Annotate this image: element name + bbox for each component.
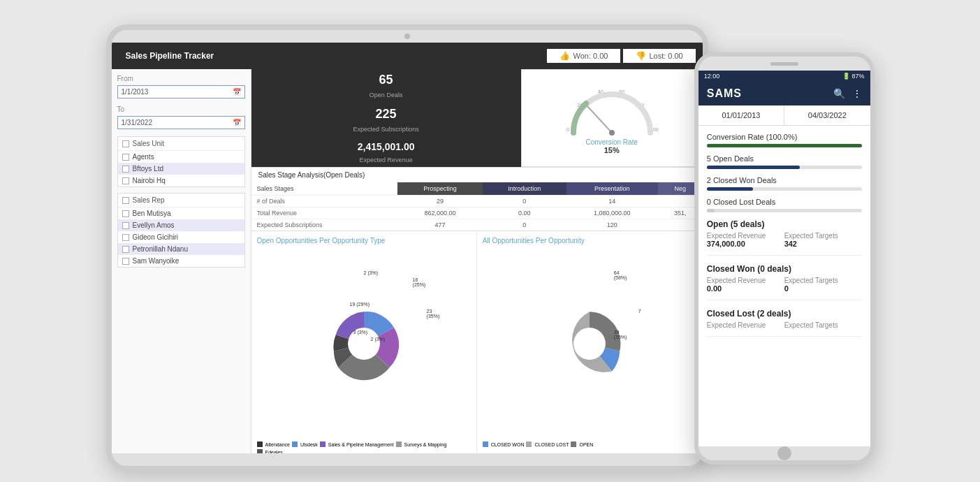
conversion-bar-fill <box>707 144 862 147</box>
to-label: To <box>117 105 245 113</box>
sales-unit-checkbox[interactable] <box>122 140 129 147</box>
closed-won-kv-row: Expected Revenue 0.00 Expected Targets 0 <box>707 277 862 293</box>
legend-closed-lost: CLOSED LOST <box>526 441 569 447</box>
search-icon[interactable]: 🔍 <box>833 88 845 99</box>
nairobi-label: Nairobi Hq <box>133 177 166 184</box>
closed-lost-label: CLOSED LOST <box>534 442 569 447</box>
closed-won-revenue-pair: Expected Revenue 0.00 <box>707 277 784 293</box>
sales-unit-header: Sales Unit <box>118 137 244 151</box>
lost-stat: 👎 Lost: 0.00 <box>623 49 695 63</box>
closed-lost-section: Closed Lost (2 deals) Expected Revenue E… <box>707 309 862 337</box>
gideon-item[interactable]: Gideon Gicihiri <box>118 231 244 243</box>
main-content: 65 Open Deals 225 Expected Subscriptions… <box>251 69 703 453</box>
conversion-rate-label: Conversion Rate <box>586 138 638 146</box>
to-section: To 1/31/2022 📅 <box>117 105 245 129</box>
petronillah-item[interactable]: Petronillah Ndanu <box>118 243 244 255</box>
conversion-bar-track <box>707 144 862 147</box>
subs-presentation: 120 <box>566 219 658 231</box>
sales-rep-label: Sales Rep <box>133 196 165 204</box>
open-revenue-label: Expected Revenue <box>707 232 784 240</box>
closed-won-section: Closed Won (0 deals) Expected Revenue 0.… <box>707 264 862 300</box>
petronillah-label: Petronillah Ndanu <box>133 245 189 253</box>
sam-item[interactable]: Sam Wanyoike <box>118 255 244 267</box>
sales-rep-checkbox[interactable] <box>122 197 129 204</box>
thumb-up-icon: 👍 <box>560 51 570 61</box>
menu-icon[interactable]: ⋮ <box>852 88 862 99</box>
legend-ulsdesk: Ulsdesk <box>292 441 318 447</box>
from-section: From 1/1/2013 📅 <box>117 75 245 98</box>
closed-won-targets-label: Expected Targets <box>784 277 862 284</box>
closed-won-bar-fill <box>707 187 754 191</box>
agents-checkbox[interactable] <box>122 154 129 161</box>
all-opps-chart-area: 64 (58%) 7 39 (35%) <box>483 249 696 439</box>
closed-lost-revenue-label: Expected Revenue <box>707 321 784 329</box>
petronillah-checkbox[interactable] <box>122 246 129 253</box>
subscriptions-label: Expected Subscriptions <box>353 126 419 133</box>
ben-checkbox[interactable] <box>122 210 129 217</box>
lost-label: Lost: 0.00 <box>649 52 682 60</box>
open-kv-row: Expected Revenue 374,000.00 Expected Tar… <box>707 232 862 248</box>
table-row: Total Revenue 862,000.00 0.00 1,080,000.… <box>251 207 703 219</box>
ulsdesk-dot <box>292 441 298 447</box>
conversion-metric-label: Conversion Rate (100.0%) <box>707 133 862 141</box>
evellyn-item[interactable]: Evellyn Amos <box>118 219 244 231</box>
ulsdesk-label: Ulsdesk <box>300 442 318 447</box>
open-section-title: Open (5 deals) <box>707 219 862 229</box>
closed-lost-section-title: Closed Lost (2 deals) <box>707 309 862 319</box>
subs-prospecting: 477 <box>397 219 482 231</box>
stage-table: Sales Stages Prospecting Introduction Pr… <box>251 182 703 231</box>
phone-bottom <box>699 446 870 460</box>
phone-date-row: 01/01/2013 04/03/2022 <box>699 105 870 126</box>
closed-won-bar-track <box>707 187 862 191</box>
nairobi-item[interactable]: Nairobi Hq <box>118 175 244 187</box>
closed-won-revenue-label: Expected Revenue <box>707 277 784 284</box>
header-stats: 👍 Won: 0.00 👎 Lost: 0.00 <box>544 49 695 63</box>
closed-won-metric: 2 Closed Won Deals <box>707 176 862 191</box>
gideon-checkbox[interactable] <box>122 234 129 241</box>
from-date-input[interactable]: 1/1/2013 📅 <box>117 85 245 98</box>
agents-item[interactable]: Agents <box>118 151 244 163</box>
tablet-bottom-bar <box>112 453 703 466</box>
table-row: Expected Subscriptions 477 0 120 <box>251 219 703 231</box>
sales-pipeline-label: Sales & Pipeline Management <box>328 442 394 447</box>
deals-prospecting: 29 <box>397 196 482 207</box>
tablet: Sales Pipeline Tracker 👍 Won: 0.00 👎 Los… <box>106 24 708 472</box>
agents-label: Agents <box>133 153 154 161</box>
closed-lost-revenue-pair: Expected Revenue <box>707 321 784 329</box>
phone-status-bar: 12:00 🔋 87% <box>699 71 870 82</box>
open-section: Open (5 deals) Expected Revenue 374,000.… <box>707 219 862 256</box>
calendar-icon-2[interactable]: 📅 <box>233 119 241 126</box>
ben-item[interactable]: Ben Mutisya <box>118 207 244 219</box>
legend-sales-pipeline: Sales & Pipeline Management <box>320 441 394 447</box>
revenue-presentation: 1,080,000.00 <box>566 207 658 219</box>
from-label: From <box>117 75 245 82</box>
gauge-svg: 0 20 40 60 80 100 <box>563 82 661 138</box>
sales-stage-title: Sales Stage Analysis(Open Deals) <box>251 168 703 182</box>
closed-lost-metric: 0 Closed Lost Deals <box>707 198 862 212</box>
calendar-icon[interactable]: 📅 <box>233 88 241 96</box>
table-row: # of Deals 29 0 14 <box>251 196 703 207</box>
surveys-dot <box>396 441 402 447</box>
all-pie-svg <box>551 305 628 382</box>
all-opps-title: All Opportunities Per Opportunity <box>483 237 696 244</box>
sam-checkbox[interactable] <box>122 258 129 265</box>
to-date-value: 1/31/2022 <box>122 119 153 126</box>
won-label: Won: 0.00 <box>573 52 608 60</box>
evellyn-checkbox[interactable] <box>122 222 129 229</box>
open-opps-title: Open Opportunities Per Opportunity Type <box>257 237 471 244</box>
to-date-input[interactable]: 1/31/2022 📅 <box>117 116 245 129</box>
bftoys-item[interactable]: Bftoys Ltd <box>118 163 244 175</box>
open-deals-label: Open Deals <box>370 92 403 98</box>
open-deals-count: 65 <box>379 73 393 87</box>
col-header-introduction: Introduction <box>483 182 566 196</box>
row-deals-label: # of Deals <box>251 196 398 207</box>
phone-home-button[interactable] <box>777 446 791 460</box>
all-pie-legend: CLOSED WON CLOSED LOST OPEN <box>483 441 696 447</box>
phone: 12:00 🔋 87% SAMS 🔍 ⋮ 01/01/2013 04/03/20… <box>694 52 875 465</box>
open-pie-svg <box>326 305 402 382</box>
nairobi-checkbox[interactable] <box>122 177 129 184</box>
open-targets-pair: Expected Targets 342 <box>784 232 862 248</box>
sales-pipeline-dot <box>320 441 326 447</box>
bftoys-checkbox[interactable] <box>122 166 129 173</box>
legend-attendance: Attendance <box>257 441 290 447</box>
